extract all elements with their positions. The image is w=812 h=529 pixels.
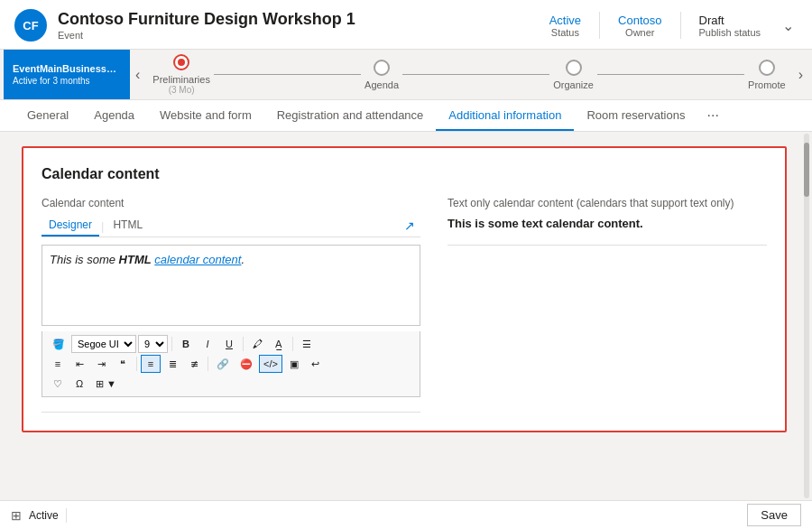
editor-tab-designer[interactable]: Designer	[42, 215, 99, 237]
align-left-button[interactable]: ≡	[141, 355, 161, 373]
status-icon: ⊞	[11, 508, 22, 523]
expand-icon[interactable]: ↗	[399, 217, 420, 235]
underline-button[interactable]: U	[219, 335, 239, 353]
step-label-2: Agenda	[364, 79, 399, 90]
align-center-button[interactable]: ≣	[162, 355, 182, 373]
text-only-content: This is some text calendar content.	[448, 217, 767, 230]
owner-block: Contoso Owner	[618, 14, 661, 38]
owner-separator	[680, 12, 681, 39]
align-justify-button[interactable]: ☰	[297, 335, 317, 353]
status-label: Status	[549, 27, 581, 38]
toolbar-sep-4	[136, 357, 137, 371]
text-only-label: Text only calendar content (calendars th…	[448, 197, 767, 209]
avatar: CF	[14, 9, 47, 42]
highlight-button[interactable]: 🖍	[247, 335, 267, 353]
timeline-active-sub: Active for 3 months	[13, 76, 121, 86]
align-right-button[interactable]: ≢	[184, 355, 204, 373]
font-select[interactable]: Segoe UI	[71, 335, 136, 353]
tab-room-reservations[interactable]: Room reservations	[574, 101, 697, 131]
toolbar-sep-3	[292, 337, 293, 351]
tab-additional-information[interactable]: Additional information	[436, 101, 574, 131]
content-area: Calendar content Calendar content Design…	[0, 132, 812, 500]
step-line-1	[214, 74, 361, 75]
blockquote-button[interactable]: ❝	[113, 355, 133, 373]
italic-button[interactable]: I	[198, 335, 217, 353]
tab-bar: General Agenda Website and form Registra…	[0, 100, 812, 132]
step-line-3	[597, 74, 744, 75]
bottom-bar: ⊞ Active Save	[0, 500, 812, 529]
italic-text: This is some	[50, 253, 119, 266]
tab-website-and-form[interactable]: Website and form	[147, 101, 264, 131]
calendar-content-label: Calendar content	[42, 197, 420, 209]
bold-text: HTML	[119, 253, 152, 266]
event-type: Event	[58, 30, 355, 41]
scrollbar-thumb[interactable]	[804, 143, 809, 197]
undo-button[interactable]: ↩	[306, 355, 326, 373]
owner-label: Owner	[618, 27, 661, 38]
heart-button[interactable]: ♡	[48, 375, 68, 393]
publish-status-label: Publish status	[699, 27, 761, 38]
card-left: Calendar content Designer | HTML ↗ This …	[42, 197, 420, 413]
step-circle-4	[759, 60, 775, 76]
rich-text-editor[interactable]: This is some HTML calendar content.	[42, 245, 420, 326]
toolbar-sep-5	[208, 357, 208, 371]
scroll-right-area	[801, 132, 812, 500]
step-label-1: Preliminaries	[152, 74, 210, 85]
bottom-left: ⊞ Active	[11, 508, 67, 523]
timeline-active-item[interactable]: EventMainBusinessProce... Active for 3 m…	[4, 50, 130, 99]
insert-link-button[interactable]: 🔗	[212, 355, 234, 373]
rich-text-toolbar: 🪣 Segoe UI 9 B I U 🖍	[42, 331, 420, 397]
editor-tab-separator: |	[101, 219, 104, 233]
timeline-step-organize[interactable]: Organize	[553, 60, 594, 90]
paint-bucket-button[interactable]: 🪣	[48, 335, 69, 353]
editor-tab-html[interactable]: HTML	[106, 215, 150, 237]
tab-general[interactable]: General	[14, 101, 81, 131]
indent-right-button[interactable]: ⇥	[91, 355, 111, 373]
bottom-separator	[66, 508, 67, 523]
rich-text-italic-part: This is some HTML calendar content.	[50, 253, 245, 266]
publish-status-block: Draft Publish status	[699, 14, 761, 38]
step-circle-2	[374, 60, 390, 76]
scrollbar-track[interactable]	[804, 134, 809, 498]
timeline-step-agenda[interactable]: Agenda	[364, 60, 399, 90]
event-title: Contoso Furniture Design Workshop 1	[58, 10, 355, 30]
bold-button[interactable]: B	[176, 335, 196, 353]
rich-text-link[interactable]: calendar content	[154, 253, 241, 266]
status-value: Active	[549, 14, 581, 27]
header-chevron-button[interactable]: ⌄	[779, 14, 798, 38]
unordered-list-button[interactable]: ≡	[48, 355, 68, 373]
step-circle-1	[173, 54, 189, 70]
timeline-steps: Preliminaries (3 Mo) Agenda Organize Pro…	[145, 54, 792, 95]
toolbar-row-2: ≡ ⇤ ⇥ ❝ ≡ ≣ ≢ 🔗 ⛔ </> ▣	[48, 355, 414, 373]
tabs-more-button[interactable]: ···	[697, 100, 727, 131]
calendar-content-card: Calendar content Calendar content Design…	[22, 146, 787, 432]
card-left-divider	[42, 412, 420, 413]
bottom-status-text: Active	[29, 509, 59, 522]
card-body: Calendar content Designer | HTML ↗ This …	[42, 197, 767, 413]
table-button[interactable]: ⊞ ▼	[91, 375, 121, 393]
step-label-3: Organize	[553, 79, 594, 90]
card-title: Calendar content	[42, 166, 767, 182]
clear-token-button[interactable]: ▣	[284, 355, 304, 373]
toolbar-row-1: 🪣 Segoe UI 9 B I U 🖍	[48, 335, 414, 353]
font-color-button[interactable]: A̲	[269, 335, 289, 353]
tab-agenda[interactable]: Agenda	[81, 101, 147, 131]
insert-token-button[interactable]: </>	[259, 355, 282, 373]
tab-registration-and-attendance[interactable]: Registration and attendance	[264, 101, 437, 131]
save-button[interactable]: Save	[747, 504, 801, 526]
timeline-next-button[interactable]: ›	[793, 67, 808, 83]
special-char-button[interactable]: Ω	[69, 375, 89, 393]
remove-link-button[interactable]: ⛔	[235, 355, 257, 373]
indent-left-button[interactable]: ⇤	[69, 355, 89, 373]
timeline-step-promote[interactable]: Promote	[748, 60, 786, 90]
font-size-select[interactable]: 9	[138, 335, 168, 353]
timeline-prev-button[interactable]: ‹	[130, 67, 145, 83]
timeline-step-preliminaries[interactable]: Preliminaries (3 Mo)	[152, 54, 210, 95]
scroll-left-spacer	[0, 132, 7, 500]
card-right: Text only calendar content (calendars th…	[448, 197, 767, 413]
step-label-4: Promote	[748, 79, 786, 90]
timeline: EventMainBusinessProce... Active for 3 m…	[0, 50, 812, 100]
header: CF Contoso Furniture Design Workshop 1 E…	[0, 0, 812, 50]
main-content: Calendar content Calendar content Design…	[7, 132, 801, 500]
toolbar-sep-2	[243, 337, 244, 351]
